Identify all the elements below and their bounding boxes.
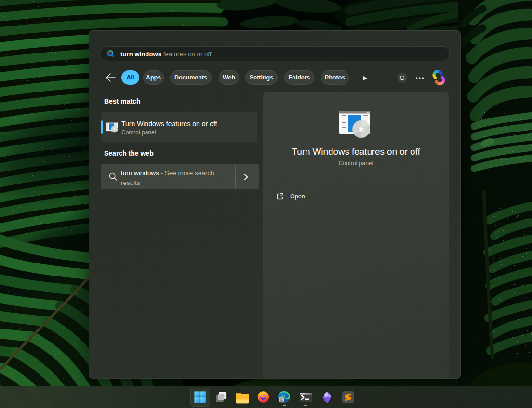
svg-text:G: G — [399, 74, 404, 81]
